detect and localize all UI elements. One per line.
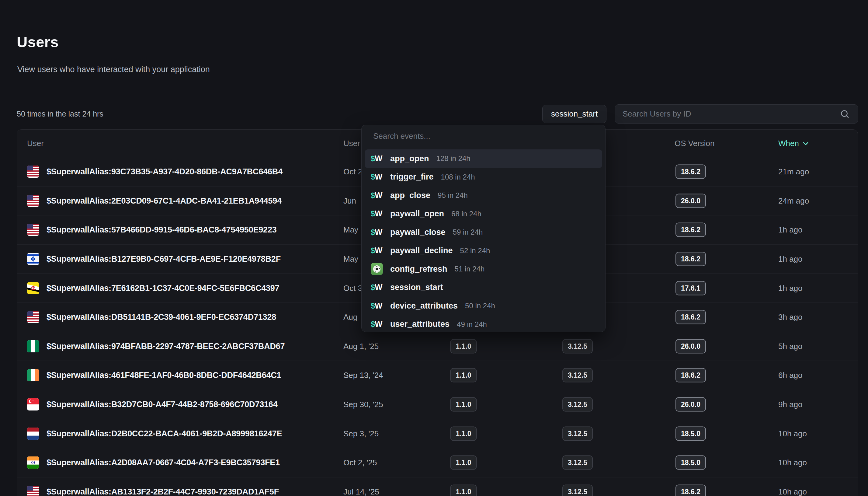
user-alias: $SuperwallAlias:57B466DD-9915-46D6-BAC8-…	[47, 225, 277, 235]
user-since-date: Oct 3	[343, 283, 362, 293]
soccer-app-icon	[371, 263, 387, 275]
last-seen-time: 6h ago	[778, 371, 803, 380]
column-header-user: User	[27, 139, 44, 148]
event-filter-button[interactable]: session_start	[542, 105, 607, 123]
user-alias: $SuperwallAlias:93C73B35-A937-4D20-86DB-…	[47, 167, 283, 176]
country-flag-icon-us	[27, 486, 39, 496]
last-seen-time: 10h ago	[778, 487, 807, 496]
events-search-placeholder: Search events...	[373, 131, 430, 141]
os-version-badge: 18.5.0	[675, 455, 706, 470]
event-count: 68 in 24h	[451, 210, 481, 218]
table-row[interactable]: $SuperwallAlias:461F48FE-1AF0-46B0-8DBC-…	[17, 361, 858, 390]
last-seen-time: 5h ago	[778, 341, 803, 351]
event-count: 128 in 24h	[436, 154, 470, 163]
app-version-badge: 1.1.0	[450, 368, 477, 383]
superwall-logo-icon: $W	[371, 191, 387, 200]
column-header-when-sort[interactable]: When	[778, 139, 809, 148]
last-seen-time: 21m ago	[778, 167, 809, 176]
search-divider	[833, 109, 833, 119]
event-count-summary: 50 times in the last 24 hrs	[17, 110, 103, 118]
event-filter-label: session_start	[551, 109, 598, 119]
country-flag-icon-bn	[27, 282, 39, 294]
user-alias: $SuperwallAlias:461F48FE-1AF0-46B0-8DBC-…	[47, 371, 281, 380]
event-name: trigger_fire	[390, 172, 434, 182]
event-list-item[interactable]: $W device_attributes 50 in 24h	[365, 297, 602, 315]
event-name: user_attributes	[390, 320, 450, 329]
event-name: device_attributes	[390, 301, 458, 311]
sdk-version-badge: 3.12.5	[562, 339, 593, 353]
country-flag-icon-us	[27, 311, 39, 323]
event-count: 59 in 24h	[453, 228, 483, 236]
superwall-logo-icon: $W	[371, 283, 387, 292]
country-flag-icon-il	[27, 253, 39, 265]
sdk-version-badge: 3.12.5	[562, 398, 593, 412]
table-row[interactable]: $SuperwallAlias:974BFABB-2297-4787-BEEC-…	[17, 332, 858, 361]
user-alias: $SuperwallAlias:B32D7CB0-A4F7-44B2-8758-…	[47, 400, 278, 409]
superwall-logo-icon: $W	[371, 209, 387, 218]
event-name: paywall_open	[390, 209, 444, 218]
event-name: session_start	[390, 283, 443, 292]
event-list-item[interactable]: $W trigger_fire 108 in 24h	[365, 168, 602, 187]
user-since-date: Oct 2	[343, 167, 362, 176]
chevron-down-icon	[802, 140, 809, 147]
country-flag-icon-us	[27, 166, 39, 178]
events-dropdown: Search events... $W app_open 128 in 24h …	[361, 125, 606, 332]
last-seen-time: 24m ago	[778, 196, 809, 205]
user-alias: $SuperwallAlias:AB1313F2-2B2F-44C7-9930-…	[47, 487, 279, 496]
page-title: Users	[17, 33, 59, 50]
event-name: paywall_decline	[390, 246, 453, 255]
last-seen-time: 1h ago	[778, 283, 803, 293]
os-version-badge: 26.0.0	[675, 193, 706, 208]
os-version-badge: 18.6.2	[675, 310, 706, 324]
column-header-os-version: OS Version	[675, 139, 715, 148]
event-list-item[interactable]: $W user_attributes 49 in 24h	[365, 315, 602, 332]
event-list-item[interactable]: $W paywall_decline 52 in 24h	[365, 242, 602, 260]
country-flag-icon-in	[27, 456, 39, 469]
user-search-input[interactable]: Search Users by ID	[615, 104, 858, 124]
events-search-input[interactable]: Search events...	[361, 125, 605, 147]
app-version-badge: 1.1.0	[450, 455, 477, 470]
country-flag-icon-ie	[27, 369, 39, 381]
country-flag-icon-us	[27, 195, 39, 207]
table-row[interactable]: $SuperwallAlias:A2D08AA7-0667-4C04-A7F3-…	[17, 448, 858, 478]
table-row[interactable]: $SuperwallAlias:AB1313F2-2B2F-44C7-9930-…	[17, 478, 858, 496]
os-version-badge: 18.6.2	[675, 368, 706, 383]
search-icon[interactable]	[840, 109, 850, 119]
superwall-logo-icon: $W	[371, 228, 387, 237]
event-name: config_refresh	[390, 264, 447, 274]
page-subtitle: View users who have interacted with your…	[17, 65, 210, 74]
os-version-badge: 26.0.0	[675, 339, 706, 353]
country-flag-icon-us	[27, 224, 39, 236]
user-since-date: Jul 14, '25	[343, 487, 379, 496]
user-since-date: Aug	[343, 312, 357, 322]
table-row[interactable]: $SuperwallAlias:B32D7CB0-A4F7-44B2-8758-…	[17, 390, 858, 419]
user-alias: $SuperwallAlias:D2B0CC22-BACA-4061-9B2D-…	[47, 429, 282, 438]
app-version-badge: 1.1.0	[450, 426, 477, 440]
event-list-item[interactable]: config_refresh 51 in 24h	[365, 260, 602, 278]
user-since-date: May	[343, 225, 358, 235]
user-alias: $SuperwallAlias:2E03CD09-67C1-4ADC-BA41-…	[47, 196, 282, 205]
event-list-item[interactable]: $W paywall_open 68 in 24h	[365, 205, 602, 223]
user-since-date: Jun	[343, 196, 356, 205]
event-list-item[interactable]: $W session_start	[365, 278, 602, 297]
app-version-badge: 1.1.0	[450, 339, 477, 353]
superwall-logo-icon: $W	[371, 246, 387, 255]
app-version-badge: 1.1.0	[450, 398, 477, 412]
event-list-item[interactable]: $W app_open 128 in 24h	[365, 150, 602, 168]
os-version-badge: 18.5.0	[675, 426, 706, 440]
last-seen-time: 10h ago	[778, 458, 807, 467]
users-page: Users View users who have interacted wit…	[0, 0, 868, 496]
table-row[interactable]: $SuperwallAlias:D2B0CC22-BACA-4061-9B2D-…	[17, 419, 858, 448]
user-since-date: Sep 3, '25	[343, 429, 379, 438]
last-seen-time: 1h ago	[778, 225, 803, 235]
superwall-logo-icon: $W	[371, 172, 387, 182]
os-version-badge: 18.6.2	[675, 484, 706, 496]
event-list-item[interactable]: $W app_close 95 in 24h	[365, 186, 602, 205]
event-count: 108 in 24h	[441, 173, 475, 181]
user-since-date: Oct 2, '25	[343, 458, 377, 467]
last-seen-time: 3h ago	[778, 312, 803, 322]
superwall-logo-icon: $W	[371, 320, 387, 329]
event-list-item[interactable]: $W paywall_close 59 in 24h	[365, 223, 602, 242]
event-count: 50 in 24h	[465, 301, 495, 310]
event-count: 51 in 24h	[455, 265, 485, 273]
